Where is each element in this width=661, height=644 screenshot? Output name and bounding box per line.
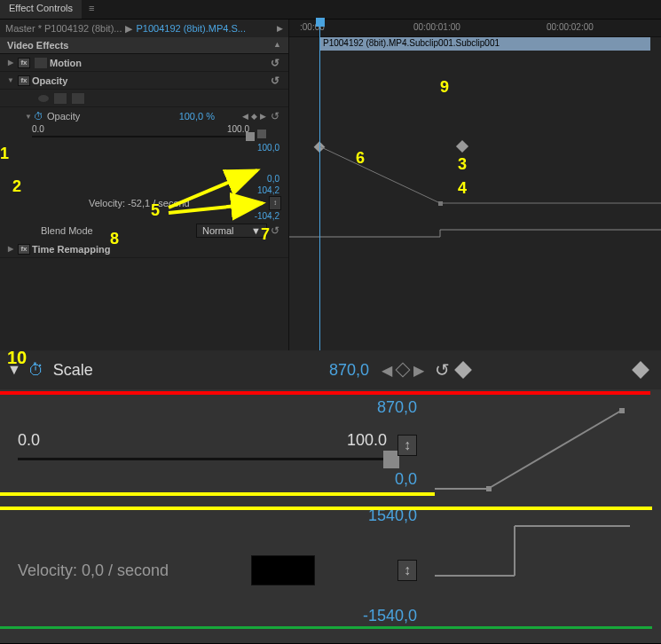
keyframe-marker[interactable] [632, 361, 649, 379]
panel-header: Effect Controls ≡ [0, 0, 661, 20]
mask-tools [0, 90, 288, 107]
velocity-readout: Velocity: -52,1 / second [89, 198, 190, 208]
reset-icon[interactable]: ↺ [435, 359, 450, 381]
reset-icon[interactable]: ↺ [267, 75, 283, 87]
stopwatch-icon[interactable]: ⏱ [34, 111, 43, 122]
fx-badge-icon: fx [18, 244, 30, 255]
scale-graph[interactable] [435, 389, 652, 629]
next-keyframe-icon[interactable]: ▶ [259, 112, 267, 121]
motion-transform-icon[interactable] [34, 57, 48, 69]
slider-min: 0.0 [32, 124, 44, 134]
scale-value[interactable]: 870,0 [329, 361, 369, 380]
blend-mode-label: Blend Mode [41, 225, 196, 236]
velocity-input[interactable] [251, 555, 315, 585]
expand-icon[interactable]: ▼ [7, 362, 21, 378]
breadcrumb-more-icon[interactable]: ▶ [277, 24, 283, 33]
scale-panel: ▼ ⏱ Scale 870,0 ◀ ▶ ↺ 870,0 0.0 100.0 ↕ … [0, 350, 661, 643]
slider-scale-icon[interactable]: ↕ [397, 435, 417, 456]
slider-min: 0.0 [18, 431, 40, 450]
graph-max-label: 100,0 [0, 143, 288, 153]
keyframe-diamond[interactable] [456, 140, 468, 153]
chevron-down-icon: ▼ [251, 225, 261, 236]
add-keyframe-icon[interactable]: ◆ [250, 112, 258, 121]
effect-opacity[interactable]: ▼ fx Opacity ↺ [0, 72, 288, 90]
clip-breadcrumb: Master * P1004192 (8bit)... ▶ P1004192 (… [0, 20, 288, 37]
opacity-label: Opacity [32, 75, 67, 86]
effect-list: Master * P1004192 (8bit)... ▶ P1004192 (… [0, 20, 288, 350]
active-clip-label[interactable]: P1004192 (8bit).MP4.S... [136, 23, 246, 34]
time-remapping-label: Time Remapping [32, 244, 110, 255]
reset-icon[interactable]: ↺ [267, 224, 283, 237]
velocity-readout: Velocity: 0,0 / second [18, 562, 169, 580]
velocity-max-label: 104,2 [0, 185, 288, 195]
breadcrumb-separator-icon: ▶ [125, 23, 132, 35]
scale-header: ▼ ⏱ Scale 870,0 ◀ ▶ ↺ [0, 350, 661, 389]
opacity-slider[interactable]: 0.0 100.0 [32, 127, 267, 141]
blend-mode-dropdown[interactable]: Normal ▼ [196, 224, 267, 238]
master-clip-label: Master * P1004192 (8bit)... [5, 23, 122, 34]
scale-controls: 870,0 0.0 100.0 ↕ 0,0 1540,0 Velocity: 0… [0, 389, 435, 631]
playhead[interactable] [319, 20, 320, 350]
time-tick: 00:00:02:00 [547, 22, 594, 32]
expand-icon[interactable]: ▼ [23, 111, 34, 122]
effect-time-remapping[interactable]: ▶ fx Time Remapping [0, 240, 288, 258]
graph-toggle-icon[interactable] [256, 129, 267, 139]
graph-min-label: 0,0 [0, 174, 288, 184]
reset-icon[interactable]: ↺ [267, 110, 283, 122]
fx-badge-icon: fx [18, 75, 30, 86]
opacity-value[interactable]: 100,0 % [179, 111, 215, 122]
graph-area[interactable] [289, 51, 661, 350]
fx-badge-icon: fx [18, 58, 30, 68]
pen-mask-icon[interactable] [71, 92, 85, 105]
scale-graph-max: 870,0 [0, 398, 435, 417]
ellipse-mask-icon[interactable] [37, 94, 50, 103]
video-effects-header: Video Effects ▲ [0, 37, 288, 54]
slider-max: 100.0 [347, 431, 387, 450]
svg-line-9 [488, 411, 621, 489]
svg-line-0 [319, 146, 440, 203]
stopwatch-icon[interactable]: ⏱ [28, 361, 44, 380]
scale-graph-min: 0,0 [0, 470, 435, 489]
time-ruler[interactable]: :00:00 00:00:01:00 00:00:02:00 [289, 20, 661, 37]
opacity-prop-label: Opacity [47, 111, 179, 122]
scale-label: Scale [53, 361, 329, 380]
slider-track[interactable] [32, 136, 249, 137]
slider-handle[interactable] [246, 132, 255, 141]
prev-keyframe-icon[interactable]: ◀ [382, 362, 392, 379]
effect-controls-panel: Effect Controls ≡ Master * P1004192 (8bi… [0, 0, 661, 350]
rect-mask-icon[interactable] [53, 92, 67, 105]
scale-slider[interactable]: 0.0 100.0 ↕ [18, 431, 417, 467]
keyframe-point[interactable] [619, 408, 625, 413]
collapse-icon[interactable]: ▲ [273, 40, 281, 51]
clip-bar[interactable]: P1004192 (8bit).MP4.Subclip001.Subclip00… [319, 37, 650, 51]
velocity-min-label: -104,2 [0, 211, 288, 221]
keyframe-marker[interactable] [454, 361, 472, 379]
annotation-greenbar [0, 626, 652, 629]
add-keyframe-icon[interactable] [396, 363, 411, 378]
expand-icon[interactable]: ▶ [5, 58, 16, 68]
effect-motion[interactable]: ▶ fx Motion ↺ [0, 54, 288, 72]
next-keyframe-icon[interactable]: ▶ [413, 362, 424, 379]
velocity-scale-icon[interactable]: ↕ [269, 196, 281, 210]
reset-icon[interactable]: ↺ [267, 57, 283, 69]
playhead-handle[interactable] [316, 18, 325, 27]
motion-label: Motion [50, 58, 82, 68]
prev-keyframe-icon[interactable]: ◀ [241, 112, 249, 121]
expand-icon[interactable]: ▶ [5, 244, 16, 255]
panel-menu-icon[interactable]: ≡ [82, 0, 101, 19]
annotation-yellowbar-right [0, 507, 652, 510]
panel-tab[interactable]: Effect Controls [0, 0, 82, 19]
blend-mode-row: Blend Mode Normal ▼ ↺ [0, 221, 288, 240]
annotation-yellowbar [0, 492, 435, 496]
velocity-min-label: -1540,0 [0, 607, 435, 625]
time-tick: 00:00:01:00 [413, 22, 460, 32]
velocity-scale-icon[interactable]: ↕ [397, 560, 417, 581]
opacity-property: ▼ ⏱ Opacity 100,0 % ◀ ◆ ▶ ↺ [0, 107, 288, 125]
timeline-pane: :00:00 00:00:01:00 00:00:02:00 P1004192 … [288, 20, 661, 350]
slider-track[interactable] [18, 458, 390, 460]
expand-icon[interactable]: ▼ [5, 75, 16, 86]
